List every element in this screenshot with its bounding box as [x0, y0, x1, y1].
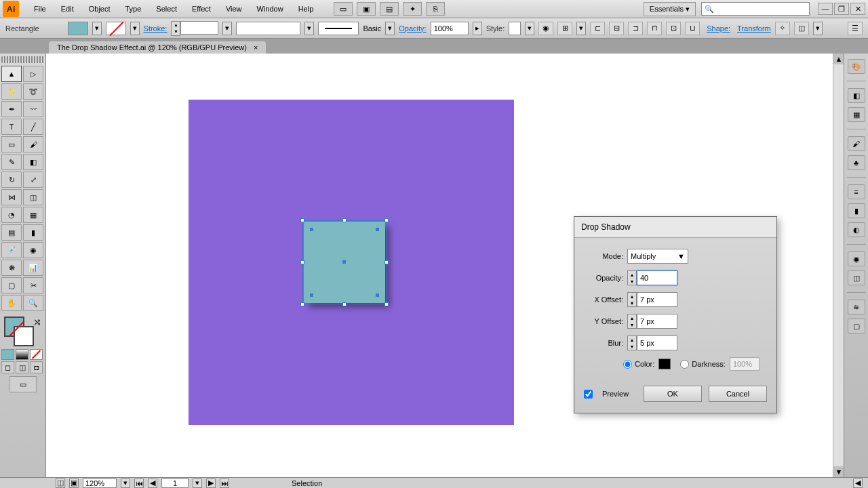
maximize-button[interactable]: ❐ — [834, 3, 849, 15]
free-transform-tool[interactable]: ◫ — [23, 189, 43, 205]
handle-bl[interactable] — [300, 302, 304, 306]
gpu-icon[interactable]: ✦ — [403, 2, 422, 16]
brushes-panel-icon[interactable]: 🖌 — [848, 136, 865, 151]
gradient-panel-icon[interactable]: ▮ — [848, 203, 865, 218]
bridge-icon[interactable]: ▣ — [357, 2, 376, 16]
artboard-dropdown[interactable]: ▾ — [193, 479, 202, 488]
line-tool[interactable]: ╱ — [23, 119, 43, 135]
lasso-tool[interactable]: ➰ — [23, 83, 43, 100]
menu-object[interactable]: Object — [82, 2, 117, 16]
color-radio[interactable] — [623, 360, 632, 369]
ok-button[interactable]: OK — [644, 386, 702, 402]
brush-dropdown[interactable]: ▾ — [385, 22, 395, 35]
recolor-icon[interactable]: ◉ — [538, 22, 553, 35]
width-tool[interactable]: ⋈ — [1, 189, 22, 205]
artboards-panel-icon[interactable]: ▢ — [848, 319, 865, 333]
draw-behind-icon[interactable]: ◫ — [16, 361, 28, 373]
handle-tr[interactable] — [384, 218, 389, 222]
align-panel-icon[interactable]: ⊞ — [557, 22, 572, 35]
menu-effect[interactable]: Effect — [185, 2, 218, 16]
close-tab-icon[interactable]: × — [254, 43, 258, 52]
swap-fill-stroke-icon[interactable]: ⤭ — [33, 317, 41, 327]
direct-selection-tool[interactable]: ▷ — [23, 66, 43, 82]
minimize-button[interactable]: — — [818, 3, 833, 15]
opacity-stepper[interactable]: ▲▼ — [627, 270, 637, 285]
screen-mode-icon[interactable]: ▭ — [9, 376, 37, 392]
stroke-weight-input[interactable] — [180, 21, 218, 35]
perspective-grid-tool[interactable]: ▦ — [23, 207, 43, 223]
stroke-panel-link[interactable]: Stroke: — [144, 24, 167, 33]
transparency-panel-icon[interactable]: ◐ — [848, 222, 865, 237]
artboard-number-input[interactable] — [161, 479, 189, 488]
hand-tool[interactable]: ✋ — [1, 295, 22, 311]
status-icon2[interactable]: ▣ — [69, 479, 79, 488]
scroll-down-icon[interactable]: ▼ — [833, 466, 844, 477]
blur-stepper[interactable]: ▲▼ — [627, 336, 637, 350]
prev-artboard-icon[interactable]: ◀ — [148, 479, 157, 488]
symbols-panel-icon[interactable]: ♣ — [848, 155, 865, 170]
color-mode-icon[interactable] — [1, 349, 14, 360]
opacity-field[interactable] — [637, 270, 677, 285]
align-center-icon[interactable]: ⊟ — [609, 22, 624, 35]
stroke-dropdown[interactable]: ▾ — [130, 22, 140, 35]
zoom-tool[interactable]: 🔍 — [23, 295, 43, 311]
handle-ml[interactable] — [300, 260, 304, 264]
scale-tool[interactable]: ⤢ — [23, 171, 43, 188]
style-dropdown[interactable]: ▾ — [525, 22, 534, 35]
menu-type[interactable]: Type — [119, 2, 149, 16]
last-artboard-icon[interactable]: ⏭ — [220, 479, 229, 488]
opacity-dropdown[interactable]: ▸ — [473, 22, 482, 35]
paintbrush-tool[interactable]: 🖌 — [23, 136, 43, 152]
mesh-tool[interactable]: ▤ — [1, 224, 22, 241]
transform-link[interactable]: Transform — [737, 24, 771, 33]
menu-select[interactable]: Select — [149, 2, 184, 16]
symbol-sprayer-tool[interactable]: ❋ — [1, 260, 22, 276]
rotate-tool[interactable]: ↻ — [1, 171, 22, 188]
align-dropdown[interactable]: ▾ — [576, 22, 586, 35]
preview-checkbox[interactable] — [584, 390, 593, 399]
pencil-tool[interactable]: ✎ — [1, 154, 22, 170]
color-guide-panel-icon[interactable]: ◧ — [848, 88, 865, 103]
next-artboard-icon[interactable]: ▶ — [206, 479, 216, 488]
brush-definition[interactable] — [318, 22, 359, 35]
pen-tool[interactable]: ✒ — [1, 101, 22, 117]
canvas[interactable]: Drop Shadow Mode: Multiply▼ Opacity: ▲▼ … — [46, 54, 844, 477]
xoffset-stepper[interactable]: ▲▼ — [627, 292, 637, 307]
zoom-input[interactable] — [83, 479, 117, 488]
menu-help[interactable]: Help — [292, 2, 321, 16]
menu-window[interactable]: Window — [250, 2, 290, 16]
corner-widget-bl[interactable] — [310, 293, 313, 297]
appearance-panel-icon[interactable]: ◉ — [848, 251, 865, 266]
vertical-scrollbar[interactable]: ▲ ▼ — [833, 54, 844, 477]
normal-draw-icon[interactable]: ◻ — [1, 361, 14, 373]
shadow-color-swatch[interactable] — [658, 359, 671, 369]
color-panel-icon[interactable]: 🎨 — [848, 59, 865, 74]
none-mode-icon[interactable] — [30, 349, 43, 360]
align-top-icon[interactable]: ⊓ — [647, 22, 662, 35]
first-artboard-icon[interactable]: ⏮ — [134, 479, 144, 488]
darkness-radio[interactable] — [680, 360, 689, 369]
variable-width-dropdown[interactable]: ▾ — [304, 22, 314, 35]
layers-panel-icon[interactable]: ≋ — [848, 300, 865, 314]
blend-tool[interactable]: ◉ — [23, 242, 43, 258]
status-icon[interactable]: ◫ — [56, 479, 65, 488]
stroke-weight-dropdown[interactable]: ▾ — [222, 22, 232, 35]
handle-mr[interactable] — [384, 260, 389, 264]
handle-tl[interactable] — [300, 218, 304, 222]
xoffset-field[interactable] — [637, 292, 677, 307]
gradient-tool[interactable]: ▮ — [23, 224, 43, 241]
align-left-icon[interactable]: ⊏ — [590, 22, 605, 35]
menu-file[interactable]: File — [27, 2, 53, 16]
selection-tool[interactable]: ▲ — [1, 66, 22, 82]
stroke-weight-stepper[interactable]: ▲▼ — [171, 21, 218, 36]
shape-link[interactable]: Shape: — [707, 24, 730, 33]
panel-grip[interactable] — [1, 56, 44, 63]
align-right-icon[interactable]: ⊐ — [628, 22, 643, 35]
yoffset-field[interactable] — [637, 314, 677, 329]
align-bottom-icon[interactable]: ⊔ — [685, 22, 700, 35]
corner-widget-tr[interactable] — [376, 228, 379, 231]
slice-tool[interactable]: ✂ — [23, 277, 43, 293]
center-point[interactable] — [342, 260, 346, 264]
graphic-styles-panel-icon[interactable]: ◫ — [848, 270, 865, 285]
isolate-icon[interactable]: ✧ — [775, 22, 790, 35]
